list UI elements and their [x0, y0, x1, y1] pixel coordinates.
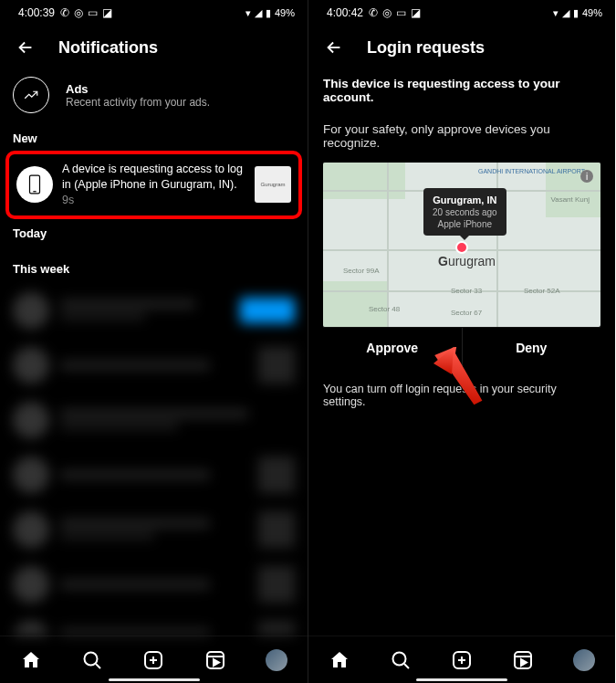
page-title: Login requests	[367, 38, 485, 58]
status-right: ▾ ◢ ▮ 49%	[245, 7, 295, 19]
header: Login requests	[308, 26, 615, 69]
list-item[interactable]	[0, 612, 308, 636]
map-airport-label: GANDHI INTERNATIONAL AIRPORT	[478, 168, 585, 174]
list-item[interactable]	[0, 283, 308, 338]
nav-create[interactable]	[141, 648, 165, 672]
approve-button[interactable]: Approve	[323, 328, 462, 368]
map-tooltip: Gurugram, IN 20 seconds ago Apple iPhone	[423, 188, 506, 236]
svg-point-12	[392, 652, 405, 665]
login-request-footer: You can turn off login requests in your …	[308, 368, 615, 423]
status-bar: 4:00:39 ✆ ◎ ▭ ◪ ▾ ◢ ▮ 49%	[0, 0, 308, 26]
phone-right: 4:00:42 ✆ ◎ ▭ ◪ ▾ ◢ ▮ 49% Login requests…	[308, 0, 615, 683]
nav-home[interactable]	[19, 648, 43, 672]
battery-text: 49%	[582, 7, 602, 18]
ads-row[interactable]: Ads Recent activity from your ads.	[0, 69, 308, 126]
nav-reels[interactable]	[204, 648, 227, 672]
section-this-week: This week	[0, 244, 308, 279]
svg-marker-19	[521, 659, 527, 666]
map-sector-label: Sector 67	[451, 309, 482, 317]
status-bar: 4:00:42 ✆ ◎ ▭ ◪ ▾ ◢ ▮ 49%	[308, 0, 615, 26]
signal-icon: ◢	[562, 7, 569, 19]
device-icon	[16, 166, 53, 203]
svg-line-13	[404, 664, 409, 668]
nav-home[interactable]	[328, 648, 351, 672]
status-time: 4:00:42	[327, 6, 363, 19]
battery-icon: ▮	[266, 7, 271, 19]
status-time: 4:00:39	[18, 6, 55, 19]
battery-icon: ▮	[573, 7, 579, 19]
svg-line-3	[96, 664, 100, 668]
list-item[interactable]	[0, 393, 308, 447]
signal-icon: ◢	[255, 7, 262, 19]
battery-text: 49%	[275, 7, 295, 18]
action-buttons: Approve Deny	[323, 327, 600, 368]
status-app-icons: ✆ ◎ ▭ ◪	[60, 7, 112, 18]
status-right: ▾ ◢ ▮ 49%	[553, 7, 602, 19]
login-request-notification[interactable]: A device is requesting access to log in …	[5, 151, 302, 219]
status-app-icons: ✆ ◎ ▭ ◪	[369, 7, 421, 18]
bottom-nav	[308, 636, 615, 683]
nav-search[interactable]	[389, 648, 412, 672]
login-request-message: A device is requesting access to log in …	[62, 163, 243, 191]
login-request-timestamp: 9s	[62, 194, 74, 206]
header: Notifications	[0, 26, 308, 69]
nav-create[interactable]	[450, 648, 474, 672]
section-today: Today	[0, 221, 308, 244]
ads-title: Ads	[66, 82, 210, 96]
login-request-heading: This device is requesting access to your…	[323, 77, 600, 104]
nav-reels[interactable]	[511, 648, 535, 672]
page-title: Notifications	[58, 38, 158, 58]
tooltip-device: Apple iPhone	[433, 218, 497, 230]
home-indicator	[109, 678, 200, 681]
phone-left: 4:00:39 ✆ ◎ ▭ ◪ ▾ ◢ ▮ 49% Notifications …	[0, 0, 308, 683]
flipboard-icon: ◪	[102, 7, 112, 18]
login-request-subtext: For your safety, only approve devices yo…	[323, 122, 600, 150]
bottom-nav	[0, 636, 308, 683]
login-request-text: A device is requesting access to log in …	[62, 162, 245, 208]
status-left: 4:00:39 ✆ ◎ ▭ ◪	[18, 6, 112, 19]
map-city-label: Gurugram	[438, 254, 496, 268]
whatsapp-icon: ✆	[60, 7, 69, 18]
ads-icon	[13, 77, 49, 113]
blurred-notifications	[0, 283, 308, 636]
back-button[interactable]	[15, 37, 37, 58]
map-sector-label: Sector 52A	[524, 287, 560, 295]
tooltip-time: 20 seconds ago	[433, 206, 497, 218]
camera-icon: ◎	[74, 7, 83, 18]
flipboard-icon: ◪	[411, 7, 421, 18]
back-button[interactable]	[323, 37, 345, 58]
section-new: New	[0, 126, 308, 149]
map-sector-label: Sector 99A	[343, 267, 380, 275]
list-item[interactable]	[0, 557, 308, 612]
login-request-body: This device is requesting access to your…	[308, 69, 615, 368]
calendar-icon: ▭	[396, 7, 406, 18]
calendar-icon: ▭	[88, 7, 98, 18]
avatar	[266, 649, 287, 671]
svg-marker-9	[214, 659, 219, 666]
list-item[interactable]	[0, 502, 308, 557]
location-map[interactable]: GANDHI INTERNATIONAL AIRPORT i Vasant Ku…	[323, 163, 600, 327]
deny-button[interactable]: Deny	[462, 328, 601, 368]
map-sector-label: Vasant Kunj	[550, 195, 590, 204]
nav-profile[interactable]	[572, 648, 596, 672]
map-sector-label: Sector 48	[369, 305, 400, 313]
wifi-icon: ▾	[245, 7, 251, 19]
whatsapp-icon: ✆	[369, 7, 378, 18]
nav-search[interactable]	[80, 648, 104, 672]
ads-text: Ads Recent activity from your ads.	[66, 82, 210, 109]
nav-profile[interactable]	[265, 648, 288, 672]
svg-point-2	[85, 652, 98, 665]
ads-subtitle: Recent activity from your ads.	[66, 96, 210, 109]
avatar	[573, 649, 595, 671]
map-pin-icon	[455, 241, 468, 254]
tooltip-location: Gurugram, IN	[433, 194, 497, 206]
map-sector-label: Sector 33	[451, 287, 482, 295]
camera-icon: ◎	[382, 7, 392, 18]
svg-rect-0	[30, 175, 40, 194]
list-item[interactable]	[0, 338, 308, 393]
home-indicator	[416, 678, 507, 681]
map-info-icon[interactable]: i	[580, 170, 593, 183]
list-item[interactable]	[0, 447, 308, 502]
status-left: 4:00:42 ✆ ◎ ▭ ◪	[327, 6, 421, 19]
login-request-map-thumb: Gurugram	[255, 166, 291, 203]
